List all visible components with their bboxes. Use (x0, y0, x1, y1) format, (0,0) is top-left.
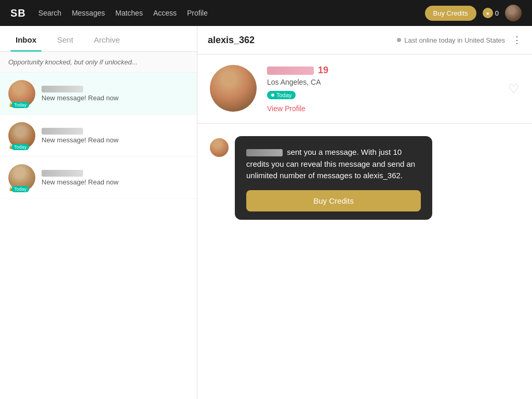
heart-icon[interactable]: ♡ (508, 82, 520, 96)
online-badge: Today (267, 91, 296, 99)
profile-card: 19 Los Angeles, CA Today View Profile ♡ (197, 55, 532, 124)
message-avatar (210, 138, 229, 157)
message-text: sent you a message. With just 10 credits… (246, 147, 421, 182)
user-avatar[interactable] (505, 5, 522, 21)
profile-location: Los Angeles, CA (267, 78, 520, 86)
nav-access[interactable]: Access (153, 9, 177, 17)
profile-name-blur (267, 66, 314, 75)
avatar-container: 🔒 Today (8, 80, 35, 107)
chat-header: alexis_362 Last online today in United S… (197, 26, 532, 55)
inbox-item[interactable]: 🔒 Today New message! Read now (0, 157, 197, 199)
tab-inbox[interactable]: Inbox (5, 26, 47, 51)
inbox-item-info: New message! Read now (42, 170, 189, 186)
view-profile-link[interactable]: View Profile (267, 104, 520, 113)
inbox-message: New message! Read now (42, 136, 189, 144)
online-dot (271, 94, 274, 97)
inbox-username (42, 128, 83, 135)
user-avatar-image (505, 5, 522, 21)
message-area: sent you a message. With just 10 credits… (197, 124, 532, 399)
today-badge: Today (11, 144, 29, 150)
chat-area: alexis_362 Last online today in United S… (197, 26, 532, 399)
avatar-container: 🔒 Today (8, 164, 35, 191)
chat-status: Last online today in United States ⋮ (397, 34, 522, 46)
main-layout: Inbox Sent Archive Opportunity knocked, … (0, 26, 532, 399)
chat-username: alexis_362 (208, 35, 255, 46)
today-badge: Today (11, 186, 29, 192)
online-badge-label: Today (276, 92, 291, 98)
profile-avatar-large (210, 65, 257, 112)
nav-messages[interactable]: Messages (72, 9, 105, 17)
credits-count: 0 (495, 9, 499, 17)
inbox-message: New message! Read now (42, 178, 189, 186)
tab-sent[interactable]: Sent (47, 26, 84, 51)
inbox-item[interactable]: 🔒 Today New message! Read now (0, 115, 197, 157)
credits-icon: ● (483, 8, 493, 18)
inbox-item[interactable]: 🔒 Today New message! Read now (0, 73, 197, 115)
credits-badge: ● 0 (483, 8, 499, 18)
nav-matches[interactable]: Matches (115, 9, 143, 17)
nav: Search Messages Matches Access Profile (38, 9, 413, 17)
inbox-username (42, 170, 83, 177)
profile-info: 19 Los Angeles, CA Today View Profile (267, 65, 520, 113)
nav-profile[interactable]: Profile (187, 9, 208, 17)
inbox-item-info: New message! Read now (42, 86, 189, 102)
inbox-message: New message! Read now (42, 94, 189, 102)
header-right: Buy Credits ● 0 (425, 5, 522, 21)
message-avatar-image (210, 138, 229, 157)
sidebar-tabs: Inbox Sent Archive (0, 26, 197, 52)
profile-name-row: 19 (267, 65, 520, 76)
header: SB Search Messages Matches Access Profil… (0, 0, 532, 26)
buy-credits-message-button[interactable]: Buy Credits (246, 190, 421, 211)
chat-status-text: Last online today in United States (404, 36, 505, 44)
nav-search[interactable]: Search (38, 9, 61, 17)
inbox-item-info: New message! Read now (42, 128, 189, 144)
inbox-username (42, 86, 83, 92)
tab-archive[interactable]: Archive (84, 26, 130, 51)
profile-age: 19 (318, 65, 328, 76)
message-bubble: sent you a message. With just 10 credits… (235, 136, 432, 220)
status-dot (397, 38, 401, 42)
avatar-container: 🔒 Today (8, 122, 35, 149)
sidebar: Inbox Sent Archive Opportunity knocked, … (0, 26, 197, 399)
sender-name-blur (246, 149, 283, 156)
logo: SB (10, 7, 26, 19)
inbox-list: 🔒 Today New message! Read now 🔒 Today (0, 73, 197, 399)
profile-avatar-image (210, 65, 257, 112)
more-options-icon[interactable]: ⋮ (512, 34, 522, 46)
today-badge: Today (11, 102, 29, 108)
buy-credits-header-button[interactable]: Buy Credits (425, 6, 476, 21)
promo-banner: Opportunity knocked, but only if unlocke… (0, 52, 197, 73)
